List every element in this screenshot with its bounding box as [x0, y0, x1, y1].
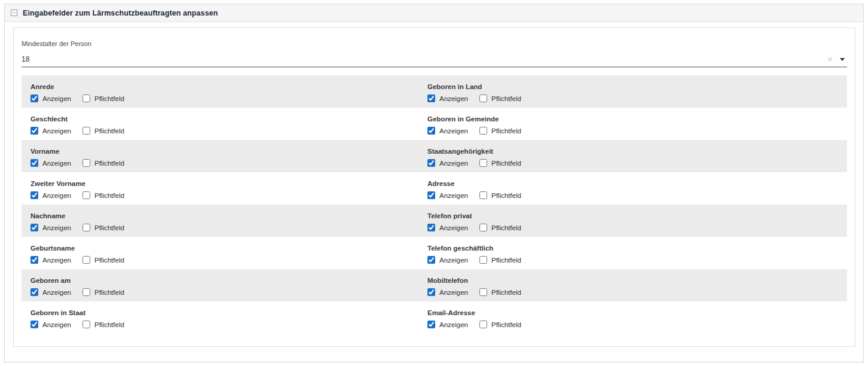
- pflichtfeld-option[interactable]: Pflichtfeld: [479, 321, 521, 328]
- anzeigen-checkbox[interactable]: [427, 288, 435, 296]
- anzeigen-label: Anzeigen: [439, 321, 468, 328]
- anzeigen-label: Anzeigen: [42, 224, 71, 231]
- pflichtfeld-option[interactable]: Pflichtfeld: [82, 224, 124, 231]
- pflichtfeld-label: Pflichtfeld: [491, 192, 521, 199]
- pflichtfeld-option[interactable]: Pflichtfeld: [479, 127, 521, 135]
- pflichtfeld-checkbox[interactable]: [479, 224, 487, 231]
- anzeigen-checkbox[interactable]: [30, 288, 38, 296]
- field-cell: Telefon geschäftlich Anzeigen Pflichtfel…: [418, 237, 847, 269]
- anzeigen-option[interactable]: Anzeigen: [30, 288, 71, 296]
- pflichtfeld-checkbox[interactable]: [82, 191, 90, 199]
- pflichtfeld-checkbox[interactable]: [479, 256, 487, 264]
- anzeigen-option[interactable]: Anzeigen: [30, 224, 71, 231]
- anzeigen-checkbox[interactable]: [30, 191, 38, 199]
- field-cell: Nachname Anzeigen Pflichtfeld: [22, 205, 418, 237]
- pflichtfeld-option[interactable]: Pflichtfeld: [479, 191, 521, 199]
- pflichtfeld-checkbox[interactable]: [82, 321, 90, 328]
- field-config-grid: Anrede Anzeigen Pflichtfeld Geboren in L: [22, 75, 847, 334]
- anzeigen-option[interactable]: Anzeigen: [427, 288, 468, 296]
- anzeigen-checkbox[interactable]: [427, 256, 435, 264]
- field-cell: Geboren am Anzeigen Pflichtfeld: [22, 269, 418, 301]
- caret-down-icon[interactable]: [840, 58, 845, 61]
- anzeigen-option[interactable]: Anzeigen: [427, 159, 468, 167]
- pflichtfeld-checkbox[interactable]: [82, 159, 90, 167]
- field-cell: Geboren in Gemeinde Anzeigen Pflichtfeld: [418, 108, 847, 140]
- pflichtfeld-option[interactable]: Pflichtfeld: [479, 159, 521, 167]
- anzeigen-checkbox[interactable]: [30, 321, 38, 328]
- pflichtfeld-checkbox[interactable]: [479, 288, 487, 296]
- pflichtfeld-option[interactable]: Pflichtfeld: [479, 224, 521, 231]
- pflichtfeld-checkbox[interactable]: [82, 288, 90, 296]
- anzeigen-option[interactable]: Anzeigen: [30, 127, 71, 135]
- pflichtfeld-option[interactable]: Pflichtfeld: [479, 256, 521, 264]
- pflichtfeld-checkbox[interactable]: [479, 321, 487, 328]
- pflichtfeld-option[interactable]: Pflichtfeld: [82, 159, 124, 167]
- anzeigen-checkbox[interactable]: [427, 191, 435, 199]
- pflichtfeld-checkbox[interactable]: [82, 256, 90, 264]
- anzeigen-label: Anzeigen: [42, 95, 71, 102]
- min-age-value[interactable]: 18: [22, 55, 827, 63]
- min-age-select[interactable]: 18 ✕: [22, 55, 847, 68]
- anzeigen-checkbox[interactable]: [427, 159, 435, 167]
- pflichtfeld-option[interactable]: Pflichtfeld: [82, 191, 124, 199]
- field-label: Geboren in Staat: [30, 309, 418, 316]
- pflichtfeld-option[interactable]: Pflichtfeld: [82, 321, 124, 328]
- pflichtfeld-checkbox[interactable]: [479, 94, 487, 102]
- field-row: Geboren in Staat Anzeigen Pflichtfeld Em: [22, 301, 847, 334]
- anzeigen-option[interactable]: Anzeigen: [427, 256, 468, 264]
- anzeigen-checkbox[interactable]: [30, 127, 38, 135]
- field-row: Anrede Anzeigen Pflichtfeld Geboren in L: [22, 75, 847, 108]
- pflichtfeld-option[interactable]: Pflichtfeld: [82, 94, 124, 102]
- clear-icon[interactable]: ✕: [827, 56, 833, 63]
- pflichtfeld-checkbox[interactable]: [82, 224, 90, 231]
- pflichtfeld-label: Pflichtfeld: [94, 192, 124, 199]
- pflichtfeld-option[interactable]: Pflichtfeld: [479, 94, 521, 102]
- anzeigen-checkbox[interactable]: [30, 94, 38, 102]
- collapse-icon[interactable]: [11, 10, 17, 16]
- pflichtfeld-checkbox[interactable]: [479, 159, 487, 167]
- pflichtfeld-option[interactable]: Pflichtfeld: [479, 288, 521, 296]
- anzeigen-checkbox[interactable]: [427, 321, 435, 328]
- field-label: Staatsangehörigkeit: [427, 148, 847, 155]
- pflichtfeld-checkbox[interactable]: [82, 94, 90, 102]
- min-age-label: Mindestalter der Person: [22, 40, 847, 47]
- field-row: Geschlecht Anzeigen Pflichtfeld Geboren: [22, 108, 847, 140]
- anzeigen-option[interactable]: Anzeigen: [427, 127, 468, 135]
- anzeigen-option[interactable]: Anzeigen: [427, 224, 468, 231]
- field-label: Vorname: [30, 148, 418, 155]
- pflichtfeld-option[interactable]: Pflichtfeld: [82, 127, 124, 135]
- anzeigen-checkbox[interactable]: [427, 94, 435, 102]
- anzeigen-option[interactable]: Anzeigen: [427, 191, 468, 199]
- pflichtfeld-label: Pflichtfeld: [491, 289, 521, 296]
- anzeigen-checkbox[interactable]: [427, 224, 435, 231]
- anzeigen-option[interactable]: Anzeigen: [427, 321, 468, 328]
- pflichtfeld-option[interactable]: Pflichtfeld: [82, 256, 124, 264]
- field-row: Zweiter Vorname Anzeigen Pflichtfeld Adr: [22, 172, 847, 205]
- anzeigen-option[interactable]: Anzeigen: [30, 256, 71, 264]
- anzeigen-option[interactable]: Anzeigen: [427, 94, 468, 102]
- anzeigen-option[interactable]: Anzeigen: [30, 321, 71, 328]
- anzeigen-label: Anzeigen: [42, 257, 71, 264]
- pflichtfeld-checkbox[interactable]: [479, 191, 487, 199]
- anzeigen-option[interactable]: Anzeigen: [30, 159, 71, 167]
- anzeigen-checkbox[interactable]: [427, 127, 435, 135]
- anzeigen-checkbox[interactable]: [30, 256, 38, 264]
- field-cell: Geboren in Land Anzeigen Pflichtfeld: [418, 75, 847, 108]
- accordion-title: Eingabefelder zum Lärmschutzbeauftragten…: [23, 9, 218, 17]
- field-label: Geboren in Land: [427, 83, 847, 90]
- anzeigen-option[interactable]: Anzeigen: [30, 191, 71, 199]
- pflichtfeld-label: Pflichtfeld: [94, 289, 124, 296]
- accordion-header[interactable]: Eingabefelder zum Lärmschutzbeauftragten…: [5, 4, 863, 22]
- field-cell: Vorname Anzeigen Pflichtfeld: [22, 140, 418, 172]
- pflichtfeld-label: Pflichtfeld: [94, 95, 124, 102]
- field-label: Email-Adresse: [427, 309, 847, 316]
- pflichtfeld-checkbox[interactable]: [82, 127, 90, 135]
- anzeigen-option[interactable]: Anzeigen: [30, 94, 71, 102]
- pflichtfeld-checkbox[interactable]: [479, 127, 487, 135]
- anzeigen-checkbox[interactable]: [30, 159, 38, 167]
- pflichtfeld-option[interactable]: Pflichtfeld: [82, 288, 124, 296]
- anzeigen-label: Anzeigen: [439, 95, 468, 102]
- anzeigen-checkbox[interactable]: [30, 224, 38, 231]
- field-cell: Anrede Anzeigen Pflichtfeld: [22, 75, 418, 108]
- field-cell: Adresse Anzeigen Pflichtfeld: [418, 172, 847, 205]
